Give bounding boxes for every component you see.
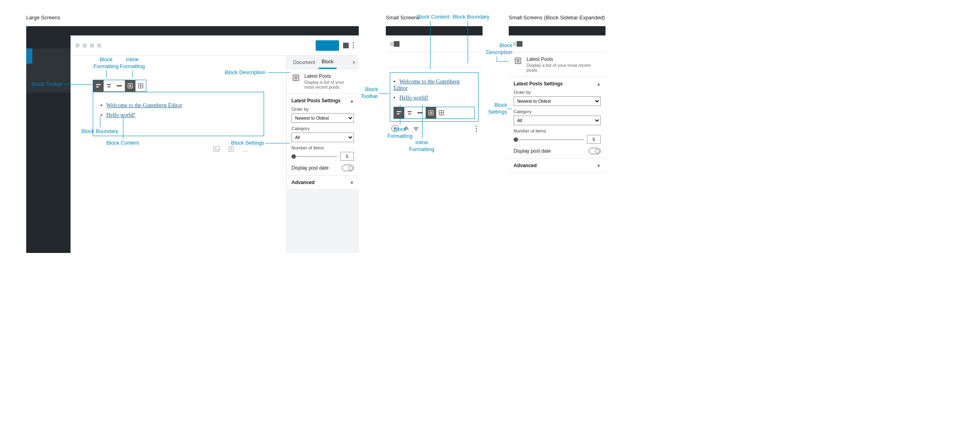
number-input[interactable] bbox=[587, 135, 601, 144]
frame-large: Welcome to the Gutenberg Editor Hello wo… bbox=[26, 26, 359, 253]
block-description-panel: Latest Posts Display a list of your most… bbox=[287, 69, 359, 94]
chevron-up-icon: ▲ bbox=[597, 82, 601, 86]
more-menu-icon[interactable] bbox=[353, 42, 354, 48]
align-left-button[interactable] bbox=[93, 80, 104, 91]
post-link[interactable]: Hello world! bbox=[399, 95, 429, 101]
tab-block[interactable]: Block bbox=[318, 56, 337, 69]
advanced-panel-toggle[interactable]: Advanced ▼ bbox=[291, 180, 354, 185]
settings-panel-toggle[interactable]: Latest Posts Settings ▲ bbox=[514, 81, 601, 87]
annot-block-formatting-sm: Block Formatting bbox=[387, 126, 412, 140]
svg-rect-12 bbox=[214, 147, 219, 152]
chevron-up-icon: ▲ bbox=[350, 99, 354, 103]
chevron-down-icon: ▼ bbox=[597, 164, 601, 168]
settings-panel-title: Latest Posts Settings bbox=[291, 98, 341, 104]
topbar-placeholder-icon bbox=[83, 44, 87, 48]
block-inspector-sidebar: Latest Posts Display a list of your most… bbox=[509, 52, 605, 253]
post-link-item: Hello world! bbox=[393, 95, 475, 101]
dash-icon[interactable]: — bbox=[241, 147, 249, 155]
settings-icon[interactable] bbox=[517, 41, 522, 47]
align-wide-button[interactable] bbox=[114, 80, 125, 91]
more-menu-icon[interactable] bbox=[476, 126, 477, 132]
display-date-toggle[interactable] bbox=[589, 148, 601, 154]
move-down-icon[interactable] bbox=[412, 125, 420, 132]
block-description-text: Display a list of your most recent posts… bbox=[304, 80, 354, 89]
display-date-toggle[interactable] bbox=[342, 165, 354, 171]
svg-rect-22 bbox=[397, 111, 401, 112]
post-link[interactable]: Hello world! bbox=[106, 112, 135, 118]
number-label: Number of items bbox=[514, 128, 601, 133]
advanced-panel: Advanced ▼ bbox=[287, 176, 359, 190]
image-icon[interactable] bbox=[212, 145, 221, 153]
tab-document[interactable]: Document bbox=[290, 56, 318, 69]
annot-block-toolbar-sm: BlockToolbar bbox=[361, 86, 378, 100]
display-date-label: Display post date bbox=[514, 148, 551, 154]
settings-icon[interactable] bbox=[394, 41, 399, 47]
post-link-item: Welcome to the Gutenberg Editor bbox=[100, 102, 256, 109]
advanced-panel-toggle[interactable]: Advanced ▼ bbox=[514, 163, 601, 168]
advanced-panel: Advanced ▼ bbox=[509, 159, 605, 173]
category-label: Category bbox=[514, 109, 601, 114]
heading-small-expanded: Small Screens (Block Sidebar Expanded) bbox=[509, 14, 605, 21]
settings-panel-title: Latest Posts Settings bbox=[514, 81, 563, 87]
grid-view-button[interactable] bbox=[436, 107, 447, 118]
order-by-select[interactable]: Newest to Oldest bbox=[291, 113, 354, 123]
heading-small: Small Screens bbox=[386, 14, 420, 21]
display-date-label: Display post date bbox=[291, 165, 329, 171]
align-wide-button[interactable] bbox=[415, 107, 425, 118]
number-input[interactable] bbox=[340, 152, 354, 161]
list-view-button[interactable] bbox=[426, 107, 436, 118]
annot-block-toolbar: Block Toolbar bbox=[31, 81, 63, 88]
block-name: Latest Posts bbox=[526, 56, 601, 62]
editor-app-small-sidebar: Latest Posts Display a list of your most… bbox=[509, 35, 605, 253]
chevron-down-icon: ▼ bbox=[350, 180, 354, 185]
latest-posts-list: Welcome to the Gutenberg Editor Hello wo… bbox=[100, 102, 256, 118]
advanced-panel-title: Advanced bbox=[514, 163, 537, 168]
number-slider[interactable] bbox=[291, 156, 337, 157]
editor-topbar bbox=[71, 35, 359, 56]
svg-rect-4 bbox=[117, 85, 122, 86]
post-link[interactable]: Welcome to the Gutenberg Editor bbox=[393, 79, 460, 91]
annot-block-settings-sb: BlockSettings bbox=[488, 102, 507, 116]
block-boundary[interactable]: Welcome to the Gutenberg Editor Hello wo… bbox=[390, 72, 479, 122]
post-link-item: Hello world! bbox=[100, 112, 256, 118]
post-link-item: Welcome to the Gutenberg Editor bbox=[393, 79, 475, 91]
category-select[interactable]: All bbox=[291, 133, 354, 142]
block-description-text: Display a list of your most recent posts… bbox=[526, 63, 601, 72]
editor-canvas: Welcome to the Gutenberg Editor Hello wo… bbox=[71, 56, 286, 253]
annot-block-settings: Block Settings bbox=[231, 140, 264, 147]
publish-button[interactable] bbox=[316, 40, 339, 51]
category-select[interactable]: All bbox=[514, 116, 601, 125]
order-by-label: Order by bbox=[291, 107, 354, 112]
annot-block-formatting: Block Formatting bbox=[94, 56, 119, 70]
align-center-button[interactable] bbox=[104, 80, 114, 91]
latest-posts-list: Welcome to the Gutenberg Editor Hello wo… bbox=[393, 79, 475, 101]
align-center-button[interactable] bbox=[404, 107, 415, 118]
annot-block-description-sb: BlockDescription bbox=[486, 42, 512, 56]
number-slider[interactable] bbox=[514, 139, 584, 140]
order-by-label: Order by bbox=[514, 90, 601, 95]
block-settings-panel: Latest Posts Settings ▲ Order by Newest … bbox=[287, 94, 359, 176]
settings-panel-toggle[interactable]: Latest Posts Settings ▲ bbox=[291, 98, 354, 104]
svg-rect-23 bbox=[397, 114, 399, 114]
svg-rect-3 bbox=[108, 87, 110, 87]
svg-rect-0 bbox=[96, 84, 100, 85]
svg-rect-1 bbox=[96, 87, 98, 87]
annot-block-content: Block Content bbox=[106, 140, 139, 147]
block-name: Latest Posts bbox=[304, 73, 354, 79]
align-left-button[interactable] bbox=[394, 107, 404, 118]
number-label: Number of items bbox=[291, 145, 354, 150]
annot-block-boundary-top: Block Boundary bbox=[453, 14, 489, 21]
svg-rect-24 bbox=[408, 111, 412, 112]
topbar-placeholder-icon bbox=[513, 42, 517, 46]
grid-view-button[interactable] bbox=[135, 80, 146, 91]
list-view-button[interactable] bbox=[125, 80, 135, 91]
block-toolbar bbox=[93, 80, 146, 92]
heading-large: Large Screens bbox=[26, 14, 60, 21]
order-by-select[interactable]: Newest to Oldest bbox=[514, 96, 601, 106]
annot-inline-formatting-sm: Inline Formatting bbox=[409, 139, 434, 153]
settings-icon[interactable] bbox=[343, 43, 349, 48]
close-icon[interactable]: × bbox=[352, 59, 356, 66]
latest-posts-icon bbox=[291, 73, 300, 82]
post-link[interactable]: Welcome to the Gutenberg Editor bbox=[106, 102, 182, 108]
block-boundary[interactable]: Welcome to the Gutenberg Editor Hello wo… bbox=[93, 92, 264, 136]
